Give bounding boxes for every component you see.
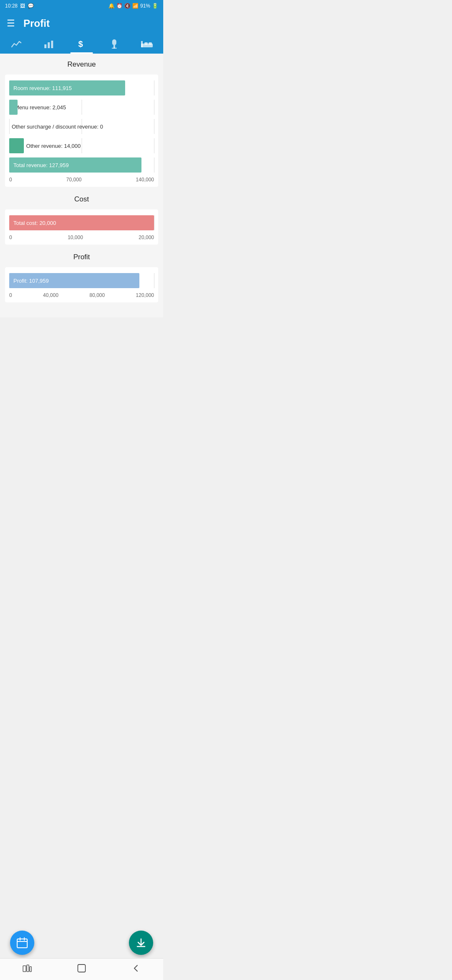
cost-bars: Total cost: 20,000 — [9, 215, 154, 230]
svg-rect-4 — [112, 39, 116, 45]
bar: Total cost: 20,000 — [9, 215, 154, 230]
cost-x-axis: 0 10,000 20,000 — [9, 235, 154, 240]
tab-bar: $ — [0, 35, 163, 54]
svg-rect-1 — [48, 42, 50, 48]
cost-section: Cost Total cost: 20,000 0 10,000 20,000 — [5, 195, 158, 245]
tab-food[interactable] — [98, 39, 131, 54]
svg-rect-6 — [112, 48, 117, 49]
status-left: 10:28 🖼 💬 — [5, 3, 34, 9]
revenue-chart-area: Room revenue: 111,915Menu revenue: 2,045… — [9, 80, 154, 183]
profit-x-axis: 0 40,000 80,000 120,000 — [9, 292, 154, 298]
svg-rect-9 — [144, 42, 148, 45]
revenue-title: Revenue — [5, 60, 158, 69]
app-header: ☰ Profit — [0, 12, 163, 35]
bar-wrapper: Total cost: 20,000 — [9, 215, 154, 230]
main-content: Revenue Room revenue: 111,915Menu revenu… — [0, 54, 163, 317]
wifi-icon: 📶 — [132, 3, 139, 9]
bar-row: Room revenue: 111,915 — [9, 80, 154, 95]
bar-row: Total revenue: 127,959 — [9, 157, 154, 173]
bar-row: Menu revenue: 2,045 — [9, 100, 154, 115]
status-bar: 10:28 🖼 💬 🔔 ⏰ 🔇 📶 91% 🔋 — [0, 0, 163, 12]
profit-chart-area: Profit: 107,959 0 40,000 80,000 120,000 — [9, 273, 154, 298]
battery-text: 91% — [140, 3, 150, 9]
bar: Room revenue: 111,915 — [9, 80, 125, 95]
profit-section: Profit Profit: 107,959 0 40,000 80,000 1… — [5, 253, 158, 302]
bar-row: Profit: 107,959 — [9, 273, 154, 288]
bar-wrapper: Menu revenue: 2,045 — [9, 100, 154, 115]
revenue-chart: Room revenue: 111,915Menu revenue: 2,045… — [5, 75, 158, 187]
revenue-bars: Room revenue: 111,915Menu revenue: 2,045… — [9, 80, 154, 173]
revenue-section: Revenue Room revenue: 111,915Menu revenu… — [5, 60, 158, 187]
profit-bars: Profit: 107,959 — [9, 273, 154, 288]
bar-wrapper: Room revenue: 111,915 — [9, 80, 154, 95]
bar — [9, 100, 18, 115]
bar-label: Menu revenue: 2,045 — [15, 104, 66, 111]
bar-wrapper: Other surcharge / discount revenue: 0 — [9, 119, 154, 134]
tab-bed[interactable] — [131, 39, 163, 53]
svg-rect-10 — [149, 42, 152, 45]
cost-chart-area: Total cost: 20,000 0 10,000 20,000 — [9, 215, 154, 240]
revenue-x-axis: 0 70,000 140,000 — [9, 177, 154, 183]
bar-row: Other revenue: 14,000 — [9, 138, 154, 153]
status-right: 🔔 ⏰ 🔇 📶 91% 🔋 — [108, 3, 158, 9]
bar: Profit: 107,959 — [9, 273, 139, 288]
svg-rect-2 — [51, 41, 53, 48]
messenger-icon: 💬 — [28, 3, 34, 9]
page-title: Profit — [23, 18, 50, 29]
mute-icon: 🔇 — [124, 3, 131, 9]
alarm-icon: 🔔 — [108, 3, 115, 9]
bar-wrapper: Total revenue: 127,959 — [9, 157, 154, 173]
svg-rect-8 — [141, 41, 143, 47]
bar-row: Total cost: 20,000 — [9, 215, 154, 230]
bar-row: Other surcharge / discount revenue: 0 — [9, 119, 154, 134]
cost-chart: Total cost: 20,000 0 10,000 20,000 — [5, 209, 158, 245]
menu-button[interactable]: ☰ — [7, 18, 15, 29]
tab-dollar[interactable]: $ — [65, 39, 98, 54]
photo-icon: 🖼 — [20, 3, 25, 9]
svg-text:$: $ — [78, 39, 83, 49]
bar-label: Other surcharge / discount revenue: 0 — [12, 124, 103, 130]
battery-icon: 🔋 — [152, 3, 158, 9]
svg-rect-0 — [44, 44, 46, 48]
cost-title: Cost — [5, 195, 158, 204]
profit-title: Profit — [5, 253, 158, 261]
bar — [9, 138, 24, 153]
bar: Total revenue: 127,959 — [9, 157, 141, 173]
profit-chart: Profit: 107,959 0 40,000 80,000 120,000 — [5, 267, 158, 302]
bar-wrapper: Other revenue: 14,000 — [9, 138, 154, 153]
tab-barchart[interactable] — [33, 39, 65, 53]
tab-trend[interactable] — [0, 39, 33, 53]
clock-icon: ⏰ — [116, 3, 123, 9]
bar-wrapper: Profit: 107,959 — [9, 273, 154, 288]
bar-label: Other revenue: 14,000 — [26, 143, 81, 149]
status-time: 10:28 — [5, 3, 18, 9]
